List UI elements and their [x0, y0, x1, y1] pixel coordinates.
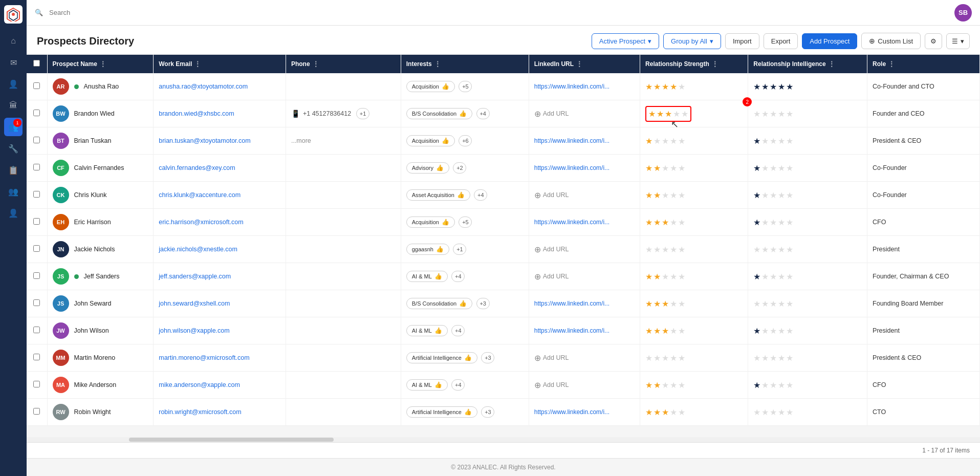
star-0[interactable]: ★ [645, 190, 652, 200]
star-1[interactable]: ★ [654, 190, 661, 200]
star-4[interactable]: ★ [786, 326, 793, 336]
star-0[interactable]: ★ [753, 163, 760, 173]
star-1[interactable]: ★ [761, 82, 769, 92]
star-4[interactable]: ★ [678, 326, 685, 336]
star-4[interactable]: ★ [786, 190, 793, 200]
linkedin-link[interactable]: https://www.linkedin.com/i... [534, 327, 609, 334]
star-4[interactable]: ★ [678, 299, 685, 309]
row-checkbox[interactable] [33, 408, 40, 415]
star-3[interactable]: ★ [670, 218, 677, 227]
email-link[interactable]: robin.wright@xmicrosoft.com [159, 408, 241, 416]
star-2[interactable]: ★ [770, 163, 777, 173]
star-3[interactable]: ★ [670, 272, 677, 282]
interests-extra[interactable]: +1 [453, 244, 466, 255]
star-2[interactable]: ★ [770, 380, 777, 390]
star-4[interactable]: ★ [681, 109, 688, 119]
star-2[interactable]: ★ [662, 245, 669, 254]
interests-extra[interactable]: +5 [459, 81, 472, 92]
interests-extra[interactable]: +3 [476, 298, 490, 309]
star-2[interactable]: ★ [770, 407, 777, 417]
linkedin-link[interactable]: https://www.linkedin.com/i... [534, 219, 609, 226]
star-0[interactable]: ★ [753, 136, 760, 146]
star-3[interactable]: ★ [778, 299, 785, 309]
star-4[interactable]: ★ [678, 136, 685, 146]
star-3[interactable]: ★ [778, 163, 785, 173]
star-4[interactable]: ★ [786, 272, 793, 282]
star-3[interactable]: ★ [778, 218, 785, 227]
scrollbar-thumb[interactable] [129, 438, 334, 442]
star-1[interactable]: ★ [654, 82, 661, 92]
thumb-icon[interactable]: 👍 [434, 327, 442, 334]
star-4[interactable]: ★ [678, 82, 685, 92]
horizontal-scrollbar[interactable] [27, 437, 980, 442]
search-input[interactable] [49, 9, 948, 16]
star-1[interactable]: ★ [761, 245, 769, 254]
sidebar-item-team[interactable]: 👥 [4, 182, 23, 201]
star-2[interactable]: ★ [770, 326, 777, 336]
star-4[interactable]: ★ [786, 136, 793, 146]
thumb-icon[interactable]: 👍 [442, 137, 449, 144]
star-1[interactable]: ★ [654, 380, 661, 390]
star-4[interactable]: ★ [678, 272, 685, 282]
star-0[interactable]: ★ [753, 299, 760, 309]
email-link[interactable]: martin.moreno@xmicrosoft.com [159, 354, 249, 361]
row-checkbox[interactable] [33, 299, 40, 306]
star-0[interactable]: ★ [645, 272, 652, 282]
star-4[interactable]: ★ [678, 190, 685, 200]
star-1[interactable]: ★ [654, 353, 661, 363]
email-link[interactable]: calvin.fernandes@xey.com [159, 164, 235, 171]
star-1[interactable]: ★ [761, 299, 769, 309]
row-checkbox[interactable] [33, 272, 40, 279]
star-0[interactable]: ★ [753, 109, 760, 119]
star-3[interactable]: ★ [670, 326, 677, 336]
star-2[interactable]: ★ [770, 218, 777, 227]
star-0[interactable]: ★ [645, 218, 652, 227]
star-3[interactable]: ★ [670, 353, 677, 363]
phone-menu-icon[interactable]: ⋮ [312, 60, 319, 68]
select-all-checkbox[interactable] [33, 60, 40, 67]
star-0[interactable]: ★ [753, 245, 760, 254]
row-checkbox[interactable] [33, 191, 40, 198]
star-1[interactable]: ★ [654, 326, 661, 336]
star-4[interactable]: ★ [678, 380, 685, 390]
work-email-menu-icon[interactable]: ⋮ [194, 60, 201, 68]
linkedin-link[interactable]: https://www.linkedin.com/i... [534, 83, 609, 90]
row-checkbox[interactable] [33, 354, 40, 360]
add-url-button[interactable]: ⊕ Add URL [534, 190, 635, 200]
interests-extra[interactable]: +4 [476, 108, 490, 119]
sidebar-item-mail[interactable]: ✉ [4, 53, 23, 72]
star-3[interactable]: ★ [778, 326, 785, 336]
interests-extra[interactable]: +4 [451, 271, 465, 282]
star-2[interactable]: ★ [662, 353, 669, 363]
star-2[interactable]: ★ [770, 272, 777, 282]
table-scroll[interactable]: Prospect Name ⋮ Work Email ⋮ [27, 55, 980, 437]
thumb-icon[interactable]: 👍 [442, 219, 449, 226]
row-checkbox[interactable] [33, 110, 40, 116]
linkedin-link[interactable]: https://www.linkedin.com/i... [534, 408, 609, 416]
star-4[interactable]: ★ [786, 218, 793, 227]
star-2[interactable]: ★ [662, 380, 669, 390]
star-2[interactable]: ★ [770, 109, 777, 119]
star-1[interactable]: ★ [654, 218, 661, 227]
row-checkbox[interactable] [33, 82, 40, 89]
star-4[interactable]: ★ [786, 380, 793, 390]
active-prospect-button[interactable]: Active Prospect ▾ [592, 33, 659, 49]
star-0[interactable]: ★ [645, 380, 652, 390]
email-link[interactable]: john.wilson@xapple.com [159, 327, 229, 334]
star-3[interactable]: ★ [670, 299, 677, 309]
star-1[interactable]: ★ [654, 136, 661, 146]
star-2[interactable]: ★ [662, 272, 669, 282]
sidebar-item-notes[interactable]: 📋 [4, 161, 23, 179]
star-4[interactable]: ★ [786, 82, 793, 92]
star-0[interactable]: ★ [645, 245, 652, 254]
email-link[interactable]: jeff.sanders@xapple.com [159, 273, 231, 280]
star-3[interactable]: ★ [670, 136, 677, 146]
star-2[interactable]: ★ [665, 109, 672, 119]
star-3[interactable]: ★ [670, 380, 677, 390]
thumb-icon[interactable]: 👍 [434, 381, 442, 388]
interests-menu-icon[interactable]: ⋮ [434, 60, 441, 68]
star-1[interactable]: ★ [654, 272, 661, 282]
star-4[interactable]: ★ [678, 163, 685, 173]
sidebar-item-building[interactable]: 🏛 [4, 96, 23, 115]
star-2[interactable]: ★ [770, 353, 777, 363]
